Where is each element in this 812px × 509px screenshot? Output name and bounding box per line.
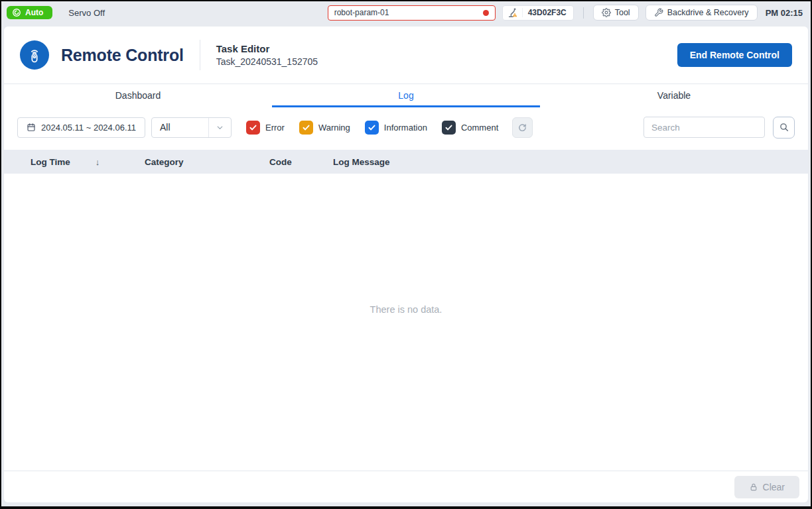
column-category: Category xyxy=(145,157,269,167)
filter-checkbox-error[interactable]: Error xyxy=(246,121,285,135)
task-context: Task Editor Task_20240531_152705 xyxy=(216,43,318,67)
log-filter-bar: 2024.05.11 ~ 2024.06.11 All Error Warnin… xyxy=(4,107,808,146)
search-button[interactable] xyxy=(773,117,795,139)
end-remote-control-button[interactable]: End Remote Control xyxy=(677,43,792,67)
main-panel: Remote Control Task Editor Task_20240531… xyxy=(4,27,808,502)
topbar-divider xyxy=(583,7,584,19)
header-divider xyxy=(200,40,200,70)
column-code: Code xyxy=(269,157,333,167)
log-table-body: There is no data. xyxy=(4,174,808,471)
servo-status: Servo Off xyxy=(68,8,105,18)
tab-variable[interactable]: Variable xyxy=(540,84,808,107)
panel-footer: Clear xyxy=(4,471,808,502)
status-dot-icon xyxy=(483,10,489,16)
robot-device-id[interactable]: 43D02F3C xyxy=(502,5,574,21)
category-select[interactable]: All xyxy=(151,117,232,138)
tab-dashboard[interactable]: Dashboard xyxy=(4,84,272,107)
checkbox-information[interactable] xyxy=(365,121,379,135)
refresh-icon xyxy=(517,123,527,133)
robot-param-selector[interactable]: robot-param-01 xyxy=(328,5,496,21)
auto-mode-icon xyxy=(12,8,21,17)
clock-time: PM 02:15 xyxy=(766,8,803,18)
robot-param-value: robot-param-01 xyxy=(334,8,389,17)
checkbox-warning-label: Warning xyxy=(318,123,350,133)
tool-button-label: Tool xyxy=(615,8,630,17)
filter-checkbox-information[interactable]: Information xyxy=(365,121,427,135)
chevron-down-icon xyxy=(208,118,231,137)
checkbox-warning[interactable] xyxy=(299,121,313,135)
refresh-button[interactable] xyxy=(512,117,533,138)
checkbox-error[interactable] xyxy=(246,121,260,135)
remote-control-icon xyxy=(20,40,49,70)
mode-badge-auto[interactable]: Auto xyxy=(7,6,52,19)
checkbox-comment[interactable] xyxy=(442,121,456,135)
filter-checkbox-warning[interactable]: Warning xyxy=(299,121,350,135)
panel-header: Remote Control Task Editor Task_20240531… xyxy=(4,27,808,84)
checkbox-comment-label: Comment xyxy=(461,123,498,133)
tab-bar: Dashboard Log Variable xyxy=(4,84,808,107)
checkbox-error-label: Error xyxy=(265,123,285,133)
mode-badge-label: Auto xyxy=(25,8,43,17)
task-editor-title: Task Editor xyxy=(216,43,318,54)
calendar-icon xyxy=(27,123,36,132)
column-log-time-label: Log Time xyxy=(31,157,70,167)
empty-state-message: There is no data. xyxy=(4,304,808,315)
lock-icon xyxy=(749,482,758,492)
top-status-bar: Auto Servo Off robot-param-01 43D02F3C T… xyxy=(1,1,811,24)
tab-log[interactable]: Log xyxy=(272,84,540,107)
backdrive-button-label: Backdrive & Recovery xyxy=(667,8,749,17)
filter-checkbox-comment[interactable]: Comment xyxy=(442,121,498,135)
search-icon xyxy=(779,122,789,133)
backdrive-recovery-button[interactable]: Backdrive & Recovery xyxy=(645,5,758,21)
clear-button-label: Clear xyxy=(763,482,785,492)
sort-desc-icon[interactable]: ↓ xyxy=(96,157,100,167)
gear-icon xyxy=(602,8,611,17)
search-input[interactable] xyxy=(643,117,765,138)
robot-warning-icon xyxy=(503,7,522,19)
column-log-message: Log Message xyxy=(333,157,808,167)
column-log-time[interactable]: Log Time ↓ xyxy=(31,157,145,167)
tool-button[interactable]: Tool xyxy=(593,5,639,21)
clear-button[interactable]: Clear xyxy=(734,476,799,498)
app-title: Remote Control xyxy=(61,46,184,65)
checkbox-information-label: Information xyxy=(384,123,427,133)
log-table-header: Log Time ↓ Category Code Log Message xyxy=(4,150,808,174)
date-range-value: 2024.05.11 ~ 2024.06.11 xyxy=(41,123,136,133)
date-range-picker[interactable]: 2024.05.11 ~ 2024.06.11 xyxy=(17,117,145,138)
wrench-icon xyxy=(654,8,663,17)
category-select-value: All xyxy=(152,122,208,133)
task-name: Task_20240531_152705 xyxy=(216,56,318,67)
device-id-value: 43D02F3C xyxy=(522,8,573,17)
